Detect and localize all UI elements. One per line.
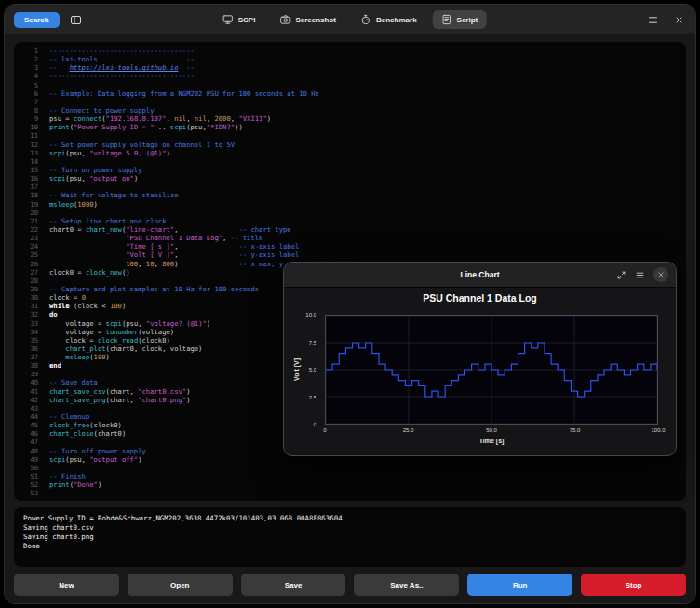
code-text: "PSU Channel 1 Data Log", -- title [49,234,262,242]
line-number: 41 [14,387,49,396]
x-tick-label: 25.0 [403,427,414,433]
code-text: -- Connect to power supply [49,106,155,115]
tab-scpi[interactable]: SCPI [214,10,264,29]
code-line: 19msleep(1000) [14,200,686,209]
code-line: 6-- Example: Data logging from a NGM202 … [14,89,686,98]
line-number: 34 [14,328,49,336]
line-number: 24 [14,242,49,250]
code-text: clock = clock_read(clock0) [49,336,170,345]
code-text: "Volt [ V ]", -- y-axis label [49,250,299,259]
line-number: 53 [14,489,49,497]
x-tick-label: 0 [323,427,326,433]
console-line: Saving chart0.png [23,533,677,542]
code-text: -- Set power supply voltage on channel 1… [49,141,235,149]
code-text: -- Turn off power supply [49,447,146,455]
tab-label: Script [457,16,478,24]
code-text: scpi(psu, "voltage 5.0, (@1)") [49,149,170,157]
code-text: -- Save data [49,378,98,386]
open-button[interactable]: Open [128,574,233,596]
code-line: 52print("Done") [14,480,686,489]
code-text: end [49,361,61,370]
save-as-button[interactable]: Save As.. [354,574,459,596]
code-text: -- Turn on power supply [49,166,142,174]
code-line: 15-- Turn on power supply [14,166,686,174]
expand-icon [616,270,626,280]
code-text: psu = connect("192.168.0.107", nil, nil,… [49,115,271,123]
code-line: 16scpi(psu, "output on") [14,174,686,182]
tab-label: Benchmark [376,16,417,24]
tab-benchmark[interactable]: Benchmark [352,10,425,29]
line-number: 19 [14,200,49,209]
line-number: 20 [14,209,49,217]
run-button[interactable]: Run [467,574,572,596]
code-text: ------------------------------------ [49,47,195,55]
chart-y-ticks: 02.55.07.510.0 [284,315,321,425]
code-line: 23 "PSU Channel 1 Data Log", -- title [14,234,686,242]
code-text: print("Power Supply ID = " .. scpi(psu,"… [49,123,243,131]
action-button-bar: NewOpenSaveSave As..RunStop [14,574,686,596]
line-number: 47 [14,438,49,446]
chart-menu-button[interactable] [635,270,645,280]
line-number: 10 [14,123,49,131]
stop-button[interactable]: Stop [581,574,686,596]
chart-expand-button[interactable] [616,270,626,280]
code-text: -- Setup line chart and clock [49,217,167,225]
tab-bar: SCPI Screenshot Benchmark Script [214,10,487,29]
window-close-button[interactable] [672,13,686,27]
search-button[interactable]: Search [14,12,60,28]
line-number: 52 [14,480,49,489]
tab-screenshot[interactable]: Screenshot [271,10,344,29]
line-number: 14 [14,157,49,166]
code-text: "Time [ s ]", -- x-axis label [49,242,299,250]
sidebar-toggle-icon [70,14,82,26]
chart-close-button[interactable] [653,267,668,282]
line-number: 51 [14,472,49,480]
code-line: 17 [14,182,686,191]
code-text: -- https://lxi-tools.github.io -- [49,63,195,72]
code-line: 8-- Connect to power supply [14,106,686,115]
line-number: 17 [14,182,49,191]
line-number: 26 [14,260,49,268]
line-number: 33 [14,319,49,328]
line-number: 49 [14,455,49,464]
line-number: 18 [14,191,49,199]
camera-icon [279,14,290,25]
chart-title: PSU Channel 1 Data Log [284,292,676,304]
sidebar-toggle-button[interactable] [68,12,84,28]
code-line: 12-- Set power supply voltage on channel… [14,141,686,149]
chart-window-titlebar[interactable]: Line Chart [284,263,676,288]
tab-script[interactable]: Script [433,10,487,29]
line-number: 7 [14,98,49,106]
code-text: -- Capture and plot samples at 10 Hz for… [49,285,259,293]
code-text: while (clock < 100) [49,302,126,310]
line-number: 44 [14,412,49,421]
console-line: Saving chart0.csv [23,523,677,533]
code-text: ------------------------------------ [49,72,195,80]
code-text: clock0 = clock_new() [49,268,130,277]
line-number: 32 [14,310,49,318]
new-button[interactable]: New [14,574,119,596]
code-line: 50 [14,464,686,472]
line-number: 46 [14,429,49,438]
menu-button[interactable] [645,12,661,28]
code-line: 20 [14,209,686,217]
line-number: 15 [14,166,49,174]
console-line: Power Supply ID = Rohde&Schwarz,NGM202,3… [23,514,677,523]
code-line: 3-- https://lxi-tools.github.io -- [14,63,686,72]
line-number: 30 [14,293,49,302]
x-tick-label: 100.0 [651,427,665,433]
tab-label: SCPI [238,16,256,24]
line-number: 21 [14,217,49,225]
save-button[interactable]: Save [241,574,346,596]
chart-plot-area [325,315,658,425]
code-line: 13scpi(psu, "voltage 5.0, (@1)") [14,149,686,157]
line-number: 27 [14,268,49,277]
code-line: 2-- lxi-tools -- [14,55,686,63]
code-text: chart_save_csv(chart, "chart0.csv") [49,387,190,396]
line-number: 37 [14,353,49,361]
line-number: 42 [14,396,49,404]
code-text: clock_free(clock0) [49,421,122,429]
line-number: 40 [14,378,49,386]
chart-window-controls [616,263,668,287]
code-line: 1------------------------------------ [14,47,686,55]
